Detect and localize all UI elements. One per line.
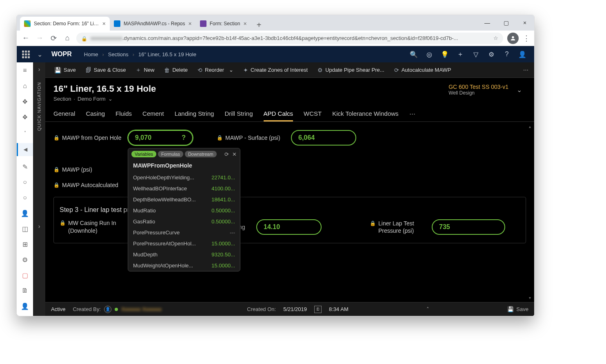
funnel-icon[interactable]: ▽ [471,50,480,59]
tab-fluids[interactable]: Fluids [115,107,132,121]
rail-stack-icon[interactable]: ❖ [20,112,30,122]
url-input[interactable]: 🔒 xxxxxxxxxxxx .dynamics.com/main.aspx?a… [76,33,503,44]
rail-circle2-icon[interactable]: ○ [20,193,30,203]
back-button[interactable]: ← [21,33,31,43]
casing-value[interactable]: 14.10 [256,219,322,235]
home-button[interactable]: ⌂ [62,33,72,43]
crumb-sections[interactable]: Sections [108,51,129,57]
variable-row[interactable]: MudRatio0.50000... [128,205,240,216]
variable-row[interactable]: MudDepth9320.50... [128,249,240,260]
reorder-button[interactable]: ⟲Reorder⌄ [193,65,238,75]
chevron-down-icon[interactable]: ⌄ [108,96,113,102]
close-tab-icon[interactable]: × [189,20,192,27]
tab-general[interactable]: General [53,107,75,121]
tab-overflow[interactable]: ⋯ [409,107,416,121]
popover-tab-variables[interactable]: Variables [131,151,156,157]
variable-row[interactable]: MudWeightAtOpenHole...15.0000... [128,260,240,271]
popover-tab-formulas[interactable]: Formulas [158,151,183,157]
calendar-icon[interactable]: 🗓 [314,306,322,313]
forward-button[interactable]: → [35,33,44,43]
var-name: PorePressureAtOpenHol... [133,240,208,247]
scroll-down-icon[interactable]: ▾ [527,295,533,300]
scroll-up-icon[interactable]: ▴ [527,124,533,129]
popover-tab-downstream[interactable]: Downstream [185,151,217,157]
mawp-open-hole-value[interactable]: 9,070? [128,130,193,146]
update-pipe-button[interactable]: ⚙Update Pipe Shear Pre... [313,65,388,75]
minimize-button[interactable]: — [478,15,497,31]
variable-row[interactable]: PorePressureAtOpenHol...15.0000... [128,238,240,249]
user-icon[interactable]: 👤 [518,50,527,59]
tab-casing[interactable]: Casing [86,107,105,121]
breadcrumb: Home› Sections› 16" Liner, 16.5 x 19 Hol… [84,51,196,57]
search-icon[interactable]: 🔍 [409,50,418,59]
rail-selected-icon[interactable]: ◄ [17,143,33,156]
project-name[interactable]: GC 600 Test SS 003-v1 [448,84,508,90]
rail-layers-icon[interactable]: ❖ [20,97,30,106]
autocalc-button[interactable]: ⟳Autocalculate MAWP [390,65,455,75]
rail-person-icon[interactable]: 👤 [20,208,30,218]
save-button[interactable]: 💾Save [50,65,80,75]
tab-drill-string[interactable]: Drill String [224,107,253,121]
new-tab-button[interactable]: + [253,19,265,31]
status-state: Active [51,306,65,312]
bulb-icon[interactable]: 💡 [440,50,449,59]
crumb-home[interactable]: Home [84,51,98,57]
new-button[interactable]: ＋New [131,65,158,75]
tab-cement[interactable]: Cement [142,107,164,121]
mawp-surface-value[interactable]: 6,064 [291,130,356,146]
rail-user2-icon[interactable]: 👤 [20,301,30,311]
rail-edit-icon[interactable]: ✎ [20,162,30,172]
chevron-down-icon[interactable]: ⌄ [37,51,42,58]
rail-circle-icon[interactable]: ○ [20,177,30,187]
maximize-button[interactable]: ▢ [497,15,515,31]
chevron-up-icon[interactable]: ˄ [426,306,429,312]
refresh-icon[interactable]: ⟳ [224,151,229,157]
chrome-menu-icon[interactable]: ⋮ [523,34,530,43]
browser-tab[interactable]: Section: Demo Form: 16" Liner, 1 × [20,17,110,31]
header-chevron-icon[interactable]: ⌄ [517,86,522,94]
variable-row[interactable]: GasRatio0.50000... [128,216,240,227]
rail-home-icon[interactable]: ⌂ [20,81,30,91]
app-launcher-icon[interactable] [20,49,31,60]
delete-button[interactable]: 🗑Delete [160,65,192,75]
liner-lap-value[interactable]: 735 [432,219,505,235]
close-window-button[interactable]: × [515,15,534,31]
help-icon[interactable]: ? [182,134,186,141]
close-tab-icon[interactable]: × [102,20,106,27]
quick-nav-expand-2[interactable]: › [33,219,45,233]
variable-row[interactable]: PorePressureCurve--- [128,227,240,238]
status-save-button[interactable]: 💾Save [507,306,528,312]
tab-apd-calcs[interactable]: APD Calcs [264,107,293,121]
plus-icon[interactable]: ＋ [456,50,465,59]
reload-button[interactable]: ⟳ [49,33,58,43]
tab-wcst[interactable]: WCST [304,107,322,121]
rail-gear-icon[interactable]: ⚙ [20,255,30,265]
bookmark-icon[interactable]: ☆ [493,35,498,41]
tab-kick-tolerance[interactable]: Kick Tolerance Windows [332,107,398,121]
rail-grid-icon[interactable]: ⊞ [20,239,30,249]
variables-list[interactable]: OpenHoleDepthYielding...22741.0... Wellh… [128,172,240,271]
close-icon[interactable]: ✕ [232,151,237,157]
target-icon[interactable]: ◎ [425,50,434,59]
browser-tab[interactable]: MASPAndMAWP.cs - Repos × [110,17,196,31]
quick-nav-expand[interactable]: › [33,62,45,76]
more-commands[interactable]: ⋯ [523,67,529,73]
save-close-button[interactable]: 🗐Save & Close [82,65,130,75]
tab-landing-string[interactable]: Landing String [175,107,214,121]
gear-icon[interactable]: ⚙ [487,50,496,59]
browser-tab[interactable]: Form: Section × [196,17,251,31]
var-value: --- [230,229,235,236]
close-tab-icon[interactable]: × [243,20,246,27]
help-icon[interactable]: ? [502,50,511,59]
variable-row[interactable]: WellheadBOPInterface4100.00... [128,183,240,194]
rail-chevron-icon[interactable]: ˄ [20,128,30,137]
variable-row[interactable]: DepthBelowWellheadBO...18641.0... [128,194,240,205]
rail-app-icon[interactable]: ◫ [20,224,30,234]
variable-row[interactable]: OpenHoleDepthYielding...22741.0... [128,172,240,183]
rail-doc-icon[interactable]: 🗎 [20,286,30,296]
rail-square-icon[interactable]: ▢ [20,270,30,280]
profile-avatar[interactable] [507,33,519,44]
var-value: 18641.0... [211,196,235,203]
rail-menu-icon[interactable]: ≡ [20,66,30,75]
create-zones-button[interactable]: ✦Create Zones of Interest [239,65,312,75]
